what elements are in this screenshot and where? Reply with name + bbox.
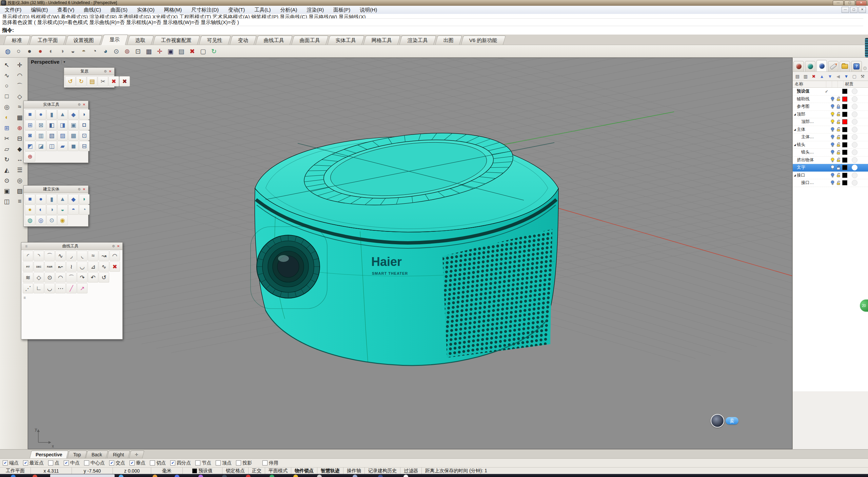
mdi-minimize-button[interactable]: — — [842, 7, 849, 13]
taskbar-icon[interactable] — [293, 475, 298, 477]
taskbar-icon[interactable] — [317, 475, 322, 477]
new-layer-icon[interactable]: ▤ — [794, 73, 801, 80]
solid-tool-icon-22[interactable]: ▰ — [57, 141, 68, 151]
curve-tool-icon-2-9[interactable]: ✖ — [110, 262, 120, 272]
taskbar-icon[interactable] — [119, 475, 123, 477]
solid-tool-icon-25[interactable]: ⊕ — [25, 151, 35, 162]
move-up-icon[interactable]: ▲ — [818, 73, 825, 80]
current-layer-check[interactable]: ✓ — [824, 89, 829, 94]
create-solid-icon-12[interactable]: ◔ — [79, 205, 90, 215]
gear-icon[interactable]: ⚙ — [77, 102, 82, 107]
create-solid-icon-2[interactable]: ● — [36, 194, 46, 204]
toolbar-tab-曲线工具[interactable]: 曲线工具 — [255, 36, 293, 45]
layer-visibility-bulb-icon[interactable] — [829, 142, 835, 147]
checkbox-icon[interactable]: ✔ — [109, 460, 114, 465]
solid-tool-icon-20[interactable]: ◪ — [36, 141, 46, 151]
layer-row-挤出物体[interactable]: 挤出物体 — [793, 157, 868, 164]
curve-tool-icon-2-6[interactable]: ◡ — [77, 262, 87, 272]
taskbar-icon[interactable] — [378, 475, 383, 477]
technical-sphere-icon[interactable]: ◒ — [68, 46, 78, 56]
create-solid-icon-5[interactable]: ◆ — [68, 194, 79, 204]
layer-visibility-bulb-icon[interactable] — [829, 127, 835, 132]
create-solid-icon-14[interactable]: ◎ — [36, 215, 46, 225]
create-solid-palette[interactable]: 建立实体 ⚙ ✕ ■●▮▲◆◗●◐◑◒◓◔◍◎⊙◉ — [23, 185, 88, 227]
curve-tool-icon-3-6[interactable]: ↷ — [77, 272, 87, 283]
layer-lock-icon[interactable] — [835, 165, 842, 170]
layer-lock-icon[interactable] — [835, 104, 842, 109]
osnap-节点[interactable]: 节点 — [195, 460, 211, 466]
layer-color-swatch[interactable] — [842, 180, 848, 185]
clipboard-icon[interactable]: ▤ — [87, 76, 97, 86]
osnap-投影[interactable]: 投影 — [236, 460, 252, 466]
toolbar-tab-网格工具[interactable]: 网格工具 — [363, 36, 400, 45]
menu-工具(L)[interactable]: 工具(L) — [250, 6, 275, 14]
solid-tool-icon-16[interactable]: ▨ — [57, 130, 68, 141]
taskbar-icon[interactable] — [270, 475, 274, 477]
gear-icon[interactable]: ⚙ — [111, 244, 116, 249]
layer-lock-icon[interactable] — [835, 173, 842, 178]
checkbox-icon[interactable] — [150, 460, 155, 465]
close-icon[interactable]: ✕ — [116, 244, 121, 249]
minimize-button[interactable]: — — [833, 0, 844, 6]
create-solid-icon-7[interactable]: ● — [25, 205, 35, 215]
gear-icon[interactable]: ⚙ — [103, 69, 108, 74]
layer-material-circle[interactable] — [848, 88, 861, 94]
osnap-点[interactable]: 点 — [48, 460, 59, 466]
layer-name[interactable]: 主体 — [797, 127, 824, 132]
layer-material-circle[interactable] — [848, 157, 861, 163]
layer-row-接口[interactable]: ◢接口 — [793, 172, 868, 180]
menu-网格(M)[interactable]: 网格(M) — [159, 6, 187, 14]
panel-tab-properties-ball-icon[interactable] — [816, 60, 827, 71]
layer-name[interactable]: 镜头… — [797, 149, 824, 155]
chat-bubble-label[interactable]: 卖 — [726, 417, 738, 424]
wireframe-sphere-icon[interactable]: ○ — [14, 46, 24, 56]
close-icon[interactable]: ✕ — [82, 187, 86, 192]
layer-lock-icon[interactable] — [835, 150, 842, 155]
tools-icon[interactable]: ⚒ — [859, 73, 866, 80]
status-toggle-平面模式[interactable]: 平面模式 — [265, 468, 291, 474]
curve-tool-icon-2-4[interactable]: ↜ — [55, 262, 66, 272]
redo-icon[interactable]: ↻ — [76, 76, 86, 86]
gumball-icon[interactable]: ⊙ — [1, 175, 13, 186]
curve-tool-icon-3-3[interactable]: ⊙ — [44, 272, 55, 283]
solid-tool-icon-17[interactable]: ▩ — [68, 130, 79, 141]
layer-visibility-bulb-icon[interactable] — [829, 165, 835, 170]
avatar[interactable] — [711, 414, 724, 428]
viewport-tab-Right[interactable]: Right — [107, 451, 130, 458]
status-toggle-锁定格点[interactable]: 锁定格点 — [222, 468, 249, 474]
gear-icon[interactable]: ⚙ — [77, 187, 82, 192]
layer-material-circle[interactable] — [848, 172, 861, 178]
toolbar-tab-变动[interactable]: 变动 — [230, 36, 257, 45]
mdi-restore-button[interactable]: ▢ — [850, 7, 857, 13]
trim-icon[interactable]: ✂ — [1, 133, 13, 144]
layer-material-circle[interactable] — [848, 149, 861, 155]
curve-tool-icon-2-5[interactable]: ≀ — [66, 262, 77, 272]
panel-tab-folder-icon[interactable] — [840, 61, 850, 71]
menu-曲线(C)[interactable]: 曲线(C) — [79, 6, 106, 14]
curve-tool-icon-3-8[interactable]: ↺ — [99, 272, 109, 283]
create-solid-icon-6[interactable]: ◗ — [79, 194, 90, 204]
text-tool-icon[interactable]: ▣ — [1, 186, 13, 196]
restore-palette-titlebar[interactable]: 复原 ⚙ ✕ — [64, 68, 114, 75]
create-solid-icon-1[interactable]: ■ — [25, 194, 35, 204]
checkbox-icon[interactable]: ✔ — [23, 460, 28, 465]
perspective-viewport[interactable]: Perspective ▾ — [28, 58, 792, 449]
toolbar-tab-标准[interactable]: 标准 — [3, 36, 31, 45]
solid-tool-icon-23[interactable]: ◼ — [68, 141, 79, 151]
curve-tool-icon-2-8[interactable]: ∿ — [99, 262, 109, 272]
create-solid-icon-3[interactable]: ▮ — [46, 194, 57, 204]
grid-toggle-icon[interactable]: ▦ — [144, 46, 154, 56]
curve-tool-icon-3-5[interactable]: ⌒ — [66, 272, 77, 283]
layer-name[interactable]: 辅助线 — [797, 96, 824, 102]
block-icon[interactable]: ◫ — [1, 196, 13, 207]
osnap-切点[interactable]: 切点 — [150, 460, 166, 466]
drag-grip-icon[interactable]: ≡ — [23, 243, 29, 249]
layer-visibility-bulb-icon[interactable] — [829, 180, 835, 185]
checkbox-icon[interactable]: ✔ — [64, 460, 69, 465]
solid-tool-icon-14[interactable]: ▥ — [36, 130, 46, 141]
solid-tool-icon-19[interactable]: ◩ — [25, 141, 35, 151]
menu-查看(V)[interactable]: 查看(V) — [53, 6, 79, 14]
expand-triangle-icon[interactable]: ◢ — [793, 143, 797, 146]
menu-说明(H)[interactable]: 说明(H) — [355, 6, 382, 14]
checkbox-icon[interactable]: ✔ — [170, 460, 175, 465]
